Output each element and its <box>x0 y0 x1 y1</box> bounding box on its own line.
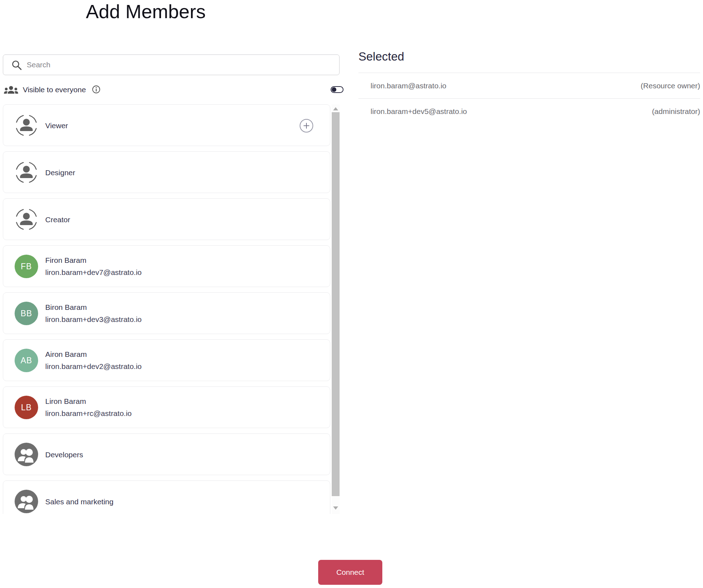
member-label: Viewer <box>45 121 68 130</box>
person-dashed-circle-icon <box>15 208 38 231</box>
avatar-initials: AB <box>21 356 32 365</box>
member-list-item-user[interactable]: BB Biron Baram liron.baram+dev3@astrato.… <box>3 292 330 334</box>
search-icon <box>11 59 22 71</box>
connect-button[interactable]: Connect <box>318 560 382 585</box>
member-name: Liron Baram <box>45 395 132 407</box>
scrollbar-down-arrow-icon[interactable] <box>333 506 338 510</box>
avatar: BB <box>15 302 38 325</box>
member-texts: Liron Baram liron.baram+rc@astrato.io <box>45 395 132 420</box>
member-label: Sales and marketing <box>45 498 113 506</box>
member-name: Airon Baram <box>45 348 142 360</box>
page-title: Add Members <box>86 1 206 22</box>
selected-row: liron.baram+dev5@astrato.io (administrat… <box>358 99 700 124</box>
member-list-item-group[interactable]: Sales and marketing <box>3 480 330 514</box>
visibility-toggle[interactable] <box>331 86 343 93</box>
scrollbar-up-arrow-icon[interactable] <box>333 107 338 110</box>
member-name: Biron Baram <box>45 301 142 313</box>
selected-rows: liron.baram@astrato.io (Resource owner) … <box>358 73 700 124</box>
visibility-label: Visible to everyone <box>23 85 86 94</box>
member-list-item-group[interactable]: Developers <box>3 433 330 475</box>
avatar: FB <box>15 255 38 278</box>
member-label: Designer <box>45 168 75 177</box>
scrollbar-thumb[interactable] <box>332 112 340 496</box>
selected-email: liron.baram+dev5@astrato.io <box>371 107 467 116</box>
member-list-item-role[interactable]: Designer <box>3 151 330 193</box>
avatar-initials: FB <box>21 262 32 271</box>
info-icon[interactable] <box>92 85 100 94</box>
person-dashed-circle-icon <box>15 161 38 184</box>
member-email: liron.baram+dev3@astrato.io <box>45 313 142 326</box>
search-box[interactable] <box>3 54 340 75</box>
group-icon <box>15 443 38 466</box>
member-list-item-user[interactable]: LB Liron Baram liron.baram+rc@astrato.io <box>3 386 330 428</box>
avatar: LB <box>15 396 38 419</box>
group-icon <box>15 490 38 513</box>
member-name: Firon Baram <box>45 254 142 266</box>
avatar-initials: LB <box>21 403 32 412</box>
member-list-scrollbar[interactable] <box>332 104 340 514</box>
member-label: Developers <box>45 451 83 459</box>
avatar: AB <box>15 349 38 372</box>
member-texts: Biron Baram liron.baram+dev3@astrato.io <box>45 301 142 326</box>
selected-role: (Resource owner) <box>641 82 700 90</box>
person-dashed-circle-icon <box>15 114 38 137</box>
groups-icon <box>4 85 19 95</box>
member-list-item-user[interactable]: FB Firon Baram liron.baram+dev7@astrato.… <box>3 245 330 287</box>
member-email: liron.baram+rc@astrato.io <box>45 407 132 420</box>
member-email: liron.baram+dev7@astrato.io <box>45 266 142 279</box>
selected-heading: Selected <box>358 50 700 63</box>
selected-row: liron.baram@astrato.io (Resource owner) <box>358 73 700 99</box>
visibility-row: Visible to everyone <box>3 84 341 97</box>
avatar-initials: BB <box>21 309 32 318</box>
member-list: Viewer Designer Creator <box>3 104 331 514</box>
member-texts: Firon Baram liron.baram+dev7@astrato.io <box>45 254 142 279</box>
member-label: Creator <box>45 215 70 224</box>
member-list-item-role[interactable]: Viewer <box>3 104 330 146</box>
member-list-item-role[interactable]: Creator <box>3 198 330 240</box>
search-input[interactable] <box>26 56 334 74</box>
selected-panel: Selected liron.baram@astrato.io (Resourc… <box>358 50 700 124</box>
selected-role: (administrator) <box>652 107 700 116</box>
toggle-knob <box>332 87 336 92</box>
selected-email: liron.baram@astrato.io <box>371 82 446 90</box>
member-texts: Airon Baram liron.baram+dev2@astrato.io <box>45 348 142 373</box>
member-email: liron.baram+dev2@astrato.io <box>45 360 142 373</box>
member-list-item-user[interactable]: AB Airon Baram liron.baram+dev2@astrato.… <box>3 339 330 381</box>
add-member-button[interactable] <box>299 119 314 133</box>
